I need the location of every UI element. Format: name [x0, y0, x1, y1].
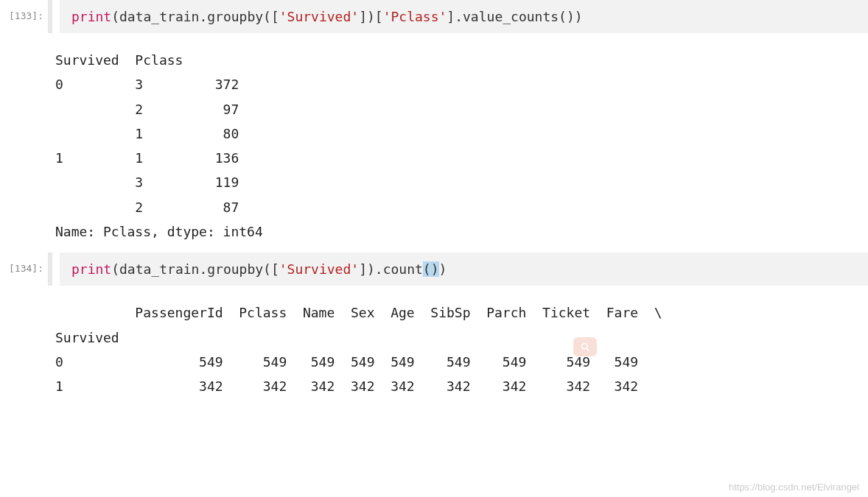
- input-indicator: [48, 253, 52, 286]
- code-segment: ]).count: [359, 261, 423, 277]
- code-segment: (data_train.groupby([: [111, 261, 279, 277]
- output-134: PassengerId Pclass Name Sex Age SibSp Pa…: [0, 292, 868, 407]
- code-segment: (data_train.groupby([: [111, 9, 279, 24]
- input-indicator: [48, 0, 52, 33]
- code-segment: ].value_counts()): [447, 9, 582, 24]
- search-icon: [580, 342, 591, 353]
- svg-point-0: [581, 343, 587, 349]
- output-133: Survived Pclass 0 3 372 2 97 1 80 1 1 13…: [0, 39, 868, 253]
- keyword-print: print: [71, 9, 111, 24]
- search-badge[interactable]: [573, 337, 597, 356]
- string-literal: 'Survived': [279, 261, 359, 277]
- svg-line-1: [587, 348, 589, 350]
- string-literal: 'Pclass': [383, 9, 447, 24]
- code-input-134[interactable]: print(data_train.groupby(['Survived']).c…: [60, 253, 868, 286]
- highlighted-parens: (): [423, 261, 439, 277]
- prompt-134: [134]:: [0, 253, 48, 286]
- code-segment: ): [439, 261, 447, 277]
- cell-134: [134]: print(data_train.groupby(['Surviv…: [0, 253, 868, 286]
- code-input-133[interactable]: print(data_train.groupby(['Survived'])['…: [60, 0, 868, 33]
- keyword-print: print: [71, 261, 111, 277]
- cell-133: [133]: print(data_train.groupby(['Surviv…: [0, 0, 868, 33]
- prompt-133: [133]:: [0, 0, 48, 33]
- string-literal: 'Survived': [279, 9, 359, 24]
- code-segment: ])[: [359, 9, 383, 24]
- watermark: https://blog.csdn.net/Elvirangel: [729, 482, 859, 493]
